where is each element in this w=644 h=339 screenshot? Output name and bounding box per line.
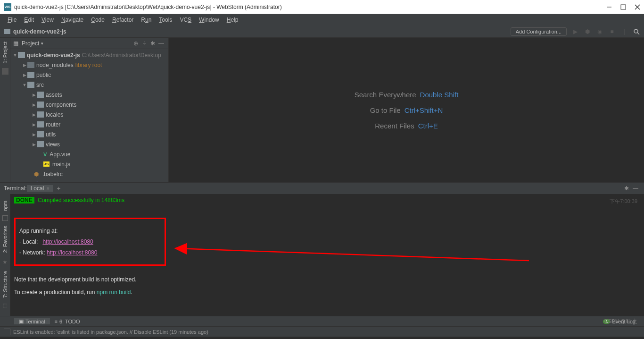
terminal-timestamp: 下午7:00:39 [610, 198, 637, 205]
bottom-tool-tabs: ▣Terminal ≡6: TODO 1Event Log [0, 316, 644, 326]
maximize-icon[interactable] [620, 4, 626, 10]
collapse-icon[interactable]: ÷ [140, 40, 149, 47]
editor-empty-state: Search EverywhereDouble Shift Go to File… [169, 38, 644, 182]
note-line-1: Note that the development build is not o… [14, 274, 638, 285]
local-url-link[interactable]: http://localhost:8080 [42, 238, 93, 245]
menu-refactor[interactable]: Refactor [108, 17, 137, 23]
add-configuration-button[interactable]: Add Configuration... [511, 27, 567, 36]
menu-vcs[interactable]: VCS [176, 17, 195, 23]
network-url-link[interactable]: http://localhost:8080 [47, 249, 97, 256]
tree-assets[interactable]: ▶assets [10, 90, 168, 100]
compiled-msg: Compiled successfully in 14883ms [38, 197, 124, 203]
local-label: - Local: [19, 238, 38, 245]
terminal-title: Terminal: [4, 185, 27, 192]
stop-icon[interactable]: ■ [608, 28, 616, 35]
tool-square-icon[interactable] [2, 68, 8, 75]
menu-edit[interactable]: Edit [20, 17, 38, 23]
terminal-tab-local[interactable]: Local × [27, 185, 53, 192]
status-text: ESLint is enabled: 'eslint' is listed in… [13, 329, 208, 335]
done-badge: DONE [14, 197, 34, 203]
tree-node-modules[interactable]: ▶ node_modules library root [10, 60, 168, 70]
structure-icon: ⬚ [3, 303, 7, 308]
svg-point-4 [634, 29, 638, 33]
project-tree: ▼ quick-demo-vue2-js C:\Users\Administra… [10, 49, 168, 182]
hint-gotofile: Go to FileCtrl+Shift+N [370, 106, 443, 114]
npm-box-icon [2, 215, 8, 221]
terminal-icon: ▣ [19, 318, 24, 324]
close-icon[interactable] [635, 4, 640, 10]
menu-view[interactable]: View [38, 17, 58, 23]
tree-main-js[interactable]: JSmain.js [10, 159, 168, 169]
debug-icon[interactable]: ⬢ [584, 28, 591, 35]
locate-icon[interactable]: ⊕ [132, 40, 140, 47]
menu-code[interactable]: Code [87, 17, 108, 23]
tree-public[interactable]: ▶ public [10, 70, 168, 80]
search-icon[interactable] [633, 28, 640, 35]
hide-icon[interactable]: — [157, 40, 165, 47]
structure-tool-button[interactable]: 7: Structure [2, 268, 8, 301]
settings-icon[interactable]: ✱ [149, 40, 157, 47]
project-panel: ▦ Project ▾ ⊕ ÷ ✱ — ▼ quick-demo-vue2-js… [10, 38, 169, 182]
vue-file-icon: V [43, 152, 47, 157]
window-titlebar: WS quick-demo-vue2-js [C:\Users\Administ… [0, 0, 644, 14]
menu-tools[interactable]: Tools [155, 17, 176, 23]
menu-file[interactable]: File [4, 17, 20, 23]
todo-tab-button[interactable]: ≡6: TODO [50, 319, 85, 324]
project-view-icon: ▦ [13, 40, 20, 47]
divider-icon: | [620, 28, 628, 35]
status-bar: ESLint is enabled: 'eslint' is listed in… [0, 326, 644, 337]
npm-tool-button[interactable]: npm [2, 198, 8, 213]
menu-window[interactable]: Window [195, 17, 223, 23]
close-tab-icon[interactable]: × [47, 186, 50, 191]
project-header: ▦ Project ▾ ⊕ ÷ ✱ — [10, 38, 168, 49]
status-icon[interactable] [4, 329, 10, 335]
nav-bar: quick-demo-vue2-js Add Configuration... … [0, 25, 644, 38]
favorites-tool-button[interactable]: 2: Favorites [2, 223, 8, 255]
terminal-tab-button[interactable]: ▣Terminal [14, 318, 50, 324]
tree-views[interactable]: ▶views [10, 139, 168, 149]
coverage-icon[interactable]: ◉ [596, 28, 603, 35]
chevron-down-icon[interactable]: ▾ [41, 41, 43, 46]
terminal-hide-icon[interactable]: — [631, 185, 640, 192]
project-tool-button[interactable]: 1: Project [2, 40, 8, 65]
terminal-panel: Terminal: Local × + ✱ — npm 2: Favorites… [0, 182, 644, 316]
tree-router[interactable]: ▶router [10, 119, 168, 129]
tree-src[interactable]: ▼ src [10, 80, 168, 90]
annotation-box: App running at: - Local: http://localhos… [14, 218, 166, 266]
menu-bar: File Edit View Navigate Code Refactor Ru… [0, 14, 644, 25]
folder-icon [4, 29, 10, 34]
menu-run[interactable]: Run [137, 17, 155, 23]
tree-babelrc[interactable]: ⬢.babelrc [10, 169, 168, 179]
tree-utils[interactable]: ▶utils [10, 129, 168, 139]
watermark: CSDN @敲 之 [604, 318, 637, 325]
breadcrumb[interactable]: quick-demo-vue2-js [13, 28, 66, 35]
terminal-header: Terminal: Local × + ✱ — [0, 183, 644, 194]
tree-root[interactable]: ▼ quick-demo-vue2-js C:\Users\Administra… [10, 50, 168, 60]
js-file-icon: JS [43, 161, 50, 167]
new-terminal-icon[interactable]: + [53, 185, 65, 192]
terminal-left-bar: npm 2: Favorites ★ 7: Structure ⬚ [0, 194, 10, 316]
run-icon[interactable]: ▶ [571, 28, 579, 35]
svg-line-5 [637, 33, 639, 34]
terminal-settings-icon[interactable]: ✱ [622, 185, 631, 192]
svg-rect-1 [621, 5, 626, 9]
tree-eslintrc[interactable]: ◯.eslintrc.js [10, 179, 168, 182]
todo-icon: ≡ [55, 319, 58, 324]
app-icon: WS [4, 3, 11, 11]
tree-locales[interactable]: ▶locales [10, 110, 168, 119]
hint-search: Search EverywhereDouble Shift [355, 91, 459, 99]
hint-recent: Recent FilesCtrl+E [375, 122, 438, 130]
project-title[interactable]: Project [22, 40, 39, 47]
app-running-line: App running at: [19, 226, 161, 237]
tree-components[interactable]: ▶components [10, 100, 168, 110]
network-label: - Network: [19, 249, 45, 256]
tree-app-vue[interactable]: VApp.vue [10, 149, 168, 159]
menu-help[interactable]: Help [223, 17, 242, 23]
terminal-body[interactable]: npm 2: Favorites ★ 7: Structure ⬚ DONE C… [0, 194, 644, 316]
note-line-2: To create a production build, run npm ru… [14, 287, 638, 298]
menu-navigate[interactable]: Navigate [58, 17, 87, 23]
window-title: quick-demo-vue2-js [C:\Users\Administrat… [14, 4, 606, 10]
star-icon: ★ [2, 259, 8, 265]
minimize-icon[interactable] [606, 4, 612, 10]
left-tool-strip: 1: Project [0, 38, 10, 182]
